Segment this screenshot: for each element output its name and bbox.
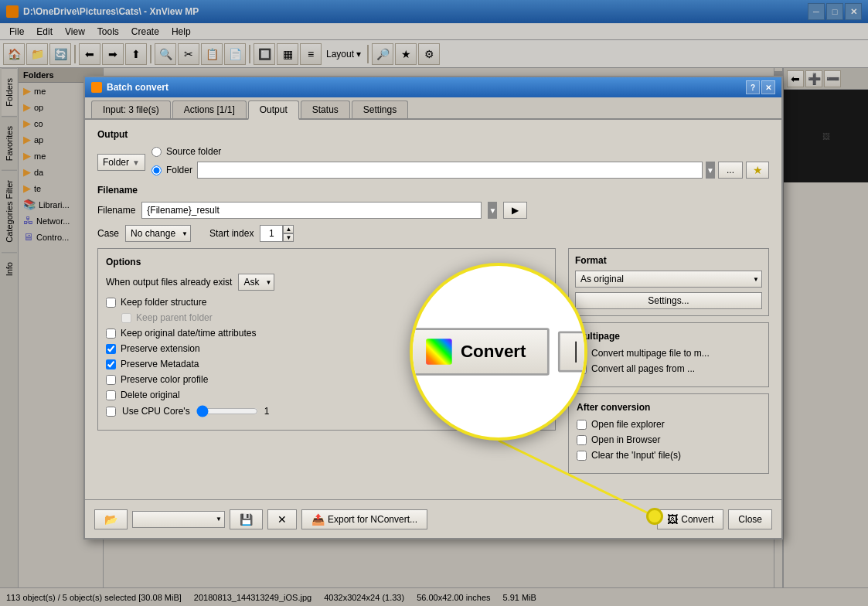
preserve-color-profile-checkbox[interactable]	[106, 375, 116, 385]
filename-browse-button[interactable]: ▶	[503, 202, 527, 219]
keep-date-label: Keep original date/time attributes	[121, 328, 256, 339]
dialog-tab-input[interactable]: Input: 3 file(s)	[91, 100, 171, 118]
when-output-label: When output files already exist	[106, 277, 232, 288]
keep-folder-structure-checkbox[interactable]	[106, 298, 116, 308]
folder-dropdown[interactable]: Folder ▼	[97, 154, 145, 171]
dialog-title-text: Batch convert	[107, 82, 744, 93]
format-box: Format As original ▼ Settings...	[568, 248, 769, 316]
multipage-box: Multipage Convert multipage file to m...…	[568, 322, 769, 387]
convert-all-pages-label: Convert all pages from ...	[591, 363, 695, 374]
dialog-tab-output[interactable]: Output	[248, 100, 299, 120]
start-index-spinner: ▲ ▼	[260, 225, 294, 242]
preserve-extension-label: Preserve extension	[121, 343, 200, 354]
source-folder-radio[interactable]	[151, 147, 162, 157]
save-icon: 💾	[240, 513, 253, 526]
format-select[interactable]: As original	[575, 271, 762, 288]
dialog-tab-status[interactable]: Status	[301, 100, 350, 118]
footer-select-wrapper: ▼	[132, 511, 225, 528]
convert-multipage-row: Convert multipage file to m...	[577, 348, 761, 359]
start-index-input[interactable]	[260, 225, 283, 242]
open-folder-button[interactable]: 📂	[94, 509, 128, 529]
delete-original-label: Delete original	[121, 390, 180, 400]
output-row: Folder ▼ Source folder Folder ▼ .	[97, 146, 769, 179]
filename-section-label: Filename	[97, 185, 769, 196]
export-icon: 📤	[311, 513, 325, 526]
preserve-metadata-checkbox[interactable]	[106, 359, 116, 369]
output-options: Source folder Folder ▼ ... ★	[151, 146, 769, 179]
open-in-browser-checkbox[interactable]	[577, 435, 587, 445]
footer-select[interactable]	[132, 511, 225, 528]
close-button[interactable]: Close	[728, 509, 772, 529]
cpu-cores-value: 1	[264, 406, 270, 417]
scroll-arrow[interactable]: ▼	[706, 162, 715, 179]
dialog-footer: 📂 ▼ 💾 ✕ 📤 Export for NConvert... 🖼	[85, 499, 781, 538]
open-file-explorer-checkbox[interactable]	[577, 420, 587, 430]
cpu-cores-checkbox[interactable]	[106, 407, 116, 417]
close-label: Close	[738, 514, 762, 525]
dialog-icon	[91, 82, 102, 93]
folder-row: Folder ▼ ... ★	[151, 162, 769, 179]
dialog-tab-actions[interactable]: Actions [1/1]	[172, 100, 247, 118]
filename-scroll-arrow[interactable]: ▼	[488, 202, 497, 219]
folder-open-icon: 📂	[104, 513, 117, 526]
magnified-convert-button[interactable]: Convert	[410, 328, 550, 376]
spin-up-button[interactable]: ▲	[283, 225, 294, 233]
delete-icon: ✕	[277, 513, 287, 526]
magnifier-content: Convert │	[410, 328, 587, 376]
convert-icon: 🖼	[667, 513, 678, 526]
preserve-metadata-label: Preserve Metadata	[121, 359, 199, 369]
keep-parent-folder-checkbox[interactable]	[121, 313, 131, 323]
source-folder-row: Source folder	[151, 146, 769, 157]
export-label: Export for NConvert...	[328, 514, 417, 525]
delete-original-checkbox[interactable]	[106, 390, 116, 400]
cpu-cores-label: Use CPU Core's	[122, 406, 190, 417]
browse-button[interactable]: ...	[718, 162, 743, 179]
keep-parent-folder-label: Keep parent folder	[136, 312, 213, 323]
spin-buttons: ▲ ▼	[283, 225, 294, 242]
folder-path-input[interactable]	[197, 162, 703, 179]
keep-date-checkbox[interactable]	[106, 329, 116, 339]
folder-dropdown-label: Folder	[103, 157, 129, 168]
favorite-button[interactable]: ★	[746, 162, 769, 179]
after-conversion-title: After conversion	[577, 402, 761, 413]
filename-input[interactable]	[141, 202, 482, 219]
source-folder-label: Source folder	[166, 146, 221, 157]
yellow-dot	[646, 508, 663, 525]
keep-folder-structure-label: Keep folder structure	[121, 297, 206, 308]
spin-down-button[interactable]: ▼	[283, 233, 294, 242]
clear-input-checkbox[interactable]	[577, 451, 587, 461]
output-section-label: Output	[97, 129, 769, 140]
case-select-wrapper: No change ▼	[125, 225, 191, 242]
case-select[interactable]: No change	[125, 225, 191, 242]
dialog-close-button[interactable]: ✕	[761, 80, 775, 94]
multipage-title: Multipage	[577, 331, 761, 342]
preserve-extension-checkbox[interactable]	[106, 344, 116, 354]
dialog-tab-settings[interactable]: Settings	[352, 100, 408, 118]
dialog-help-button[interactable]: ?	[746, 80, 760, 94]
start-index-label: Start index	[209, 228, 254, 239]
convert-multipage-label: Convert multipage file to m...	[591, 348, 710, 359]
export-button[interactable]: 📤 Export for NConvert...	[301, 509, 427, 529]
save-button[interactable]: 💾	[230, 509, 263, 529]
when-output-select-wrapper: Ask ▼	[238, 274, 274, 291]
open-file-explorer-row: Open file explorer	[577, 419, 761, 430]
magnified-close-button[interactable]: │	[558, 331, 587, 372]
clear-input-row: Clear the 'Input' file(s)	[577, 450, 761, 461]
folder-radio[interactable]	[151, 165, 162, 175]
case-label: Case	[97, 228, 119, 239]
convert-button[interactable]: 🖼 Convert	[657, 509, 723, 529]
chevron-down-icon: ▼	[132, 158, 140, 167]
convert-all-pages-row: Convert all pages from ...	[577, 363, 761, 374]
when-output-select[interactable]: Ask	[238, 274, 274, 291]
open-in-browser-row: Open in Browser	[577, 434, 761, 445]
case-row: Case No change ▼ Start index ▲ ▼	[97, 225, 769, 242]
delete-button[interactable]: ✕	[267, 509, 297, 529]
cpu-cores-slider[interactable]	[196, 405, 258, 417]
preserve-color-profile-label: Preserve color profile	[121, 374, 208, 385]
format-title: Format	[575, 255, 762, 266]
format-settings-button[interactable]: Settings...	[575, 292, 762, 309]
main-window: D:\OneDrive\Pictures\Cats\ - XnView MP ─…	[0, 0, 868, 606]
magnified-convert-label: Convert	[461, 342, 526, 361]
magnified-close-label: │	[571, 342, 582, 360]
filename-row: Filename ▼ ▶	[97, 202, 769, 219]
